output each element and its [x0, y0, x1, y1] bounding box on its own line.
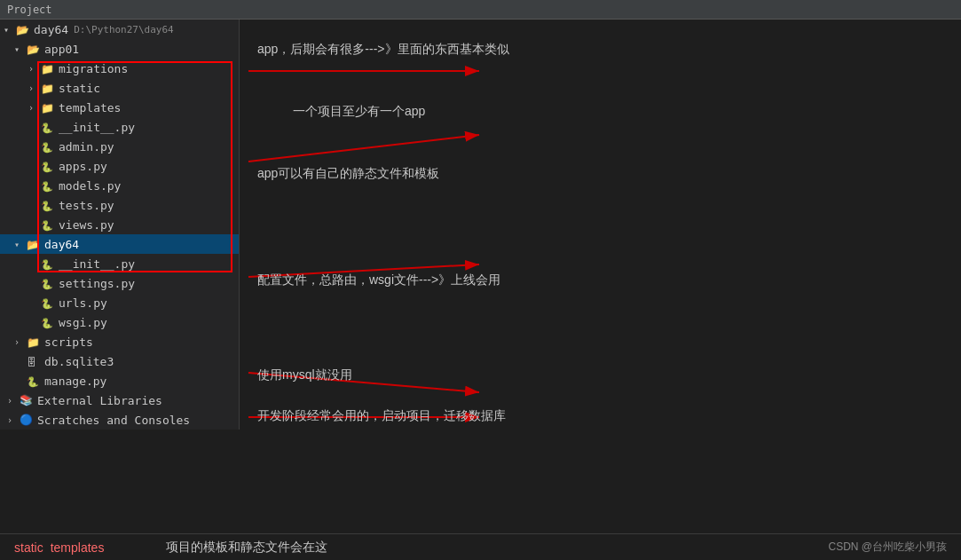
app01-arrow — [14, 44, 27, 54]
views-py-icon — [41, 218, 55, 231]
annotation-3: app可以有自己的静态文件和模板 — [257, 166, 439, 182]
project-label: Project — [7, 4, 52, 16]
tree-item-apps-py[interactable]: apps.py — [0, 156, 239, 176]
scratches-icon: 🔵 — [20, 414, 34, 426]
tree-item-views-py[interactable]: views.py — [0, 215, 239, 234]
admin-py-label: admin.py — [59, 140, 114, 154]
tree-item-app01[interactable]: app01 — [0, 39, 239, 59]
app01-label: app01 — [44, 43, 79, 56]
admin-py-icon — [41, 140, 55, 153]
manage-icon — [27, 375, 41, 387]
models-py-label: models.py — [59, 179, 121, 193]
annotation-1: app，后期会有很多--->》里面的东西基本类似 — [257, 42, 509, 58]
apps-py-label: apps.py — [59, 160, 107, 173]
bottom-templates-text: templates — [51, 540, 105, 555]
scripts-arrow — [14, 337, 27, 347]
init-py-icon — [41, 121, 55, 133]
tree-item-init-py[interactable]: __init__.py — [0, 117, 239, 137]
models-py-icon — [41, 179, 55, 192]
scratches-label: Scratches and Consoles — [37, 414, 190, 427]
scratches-arrow — [7, 415, 20, 425]
tree-item-migrations[interactable]: migrations — [0, 59, 239, 78]
bottom-static-text: static — [14, 540, 43, 555]
ext-lib-label: External Libraries — [37, 394, 162, 407]
tree-item-day64-init-py[interactable]: __init__.py — [0, 254, 239, 273]
day64-folder-arrow — [14, 240, 27, 249]
arrows-svg — [240, 20, 961, 560]
tree-item-admin-py[interactable]: admin.py — [0, 137, 239, 156]
svg-line-2 — [248, 135, 479, 162]
tree-item-scratches[interactable]: 🔵 Scratches and Consoles — [0, 410, 239, 430]
annotation-6: 开发阶段经常会用的，启动项目，迁移数据库 — [257, 408, 506, 424]
tree-item-day64-folder[interactable]: day64 — [0, 234, 239, 254]
tree-item-models-py[interactable]: models.py — [0, 176, 239, 195]
day64-folder-label: day64 — [44, 238, 79, 251]
file-tree: day64 D:\Python27\day64 app01 migrations… — [0, 20, 240, 430]
tree-item-templates[interactable]: templates — [0, 98, 239, 117]
tree-item-manage-py[interactable]: manage.py — [0, 371, 239, 390]
top-bar: Project — [0, 0, 961, 20]
urls-label: urls.py — [59, 296, 107, 310]
tree-item-wsgi-py[interactable]: wsgi.py — [0, 312, 239, 332]
migrations-folder-icon — [41, 62, 55, 75]
tree-item-tests-py[interactable]: tests.py — [0, 195, 239, 215]
scripts-label: scripts — [44, 335, 93, 349]
tree-item-external-libraries[interactable]: 📚 External Libraries — [0, 390, 239, 410]
templates-arrow — [28, 103, 41, 113]
annotation-5: 使用mysql就没用 — [257, 367, 352, 383]
bottom-bar: static templates 项目的模板和静态文件会在这 CSDN @台州吃… — [0, 533, 961, 560]
root-path: D:\Python27\day64 — [74, 24, 174, 35]
content-area: app，后期会有很多--->》里面的东西基本类似 一个项目至少有一个app ap… — [240, 20, 961, 560]
init-py-label: __init__.py — [59, 121, 135, 134]
csdn-credit: CSDN @台州吃柴小男孩 — [828, 540, 947, 555]
app01-folder-icon — [27, 43, 41, 55]
tree-item-urls-py[interactable]: urls.py — [0, 293, 239, 312]
root-label: day64 — [34, 23, 68, 36]
views-py-label: views.py — [59, 218, 114, 232]
migrations-arrow — [28, 64, 41, 74]
day64-folder-icon — [27, 238, 41, 250]
tree-item-static[interactable]: static — [0, 78, 239, 98]
scripts-folder-icon — [27, 335, 41, 348]
tree-root[interactable]: day64 D:\Python27\day64 — [0, 20, 239, 39]
annotation-2: 一个项目至少有一个app — [293, 104, 425, 120]
db-icon — [27, 355, 41, 367]
static-folder-icon — [41, 82, 55, 94]
settings-label: settings.py — [59, 277, 135, 290]
wsgi-icon — [41, 316, 55, 328]
apps-py-icon — [41, 160, 55, 172]
tree-item-scripts[interactable]: scripts — [0, 332, 239, 351]
tests-py-icon — [41, 199, 55, 211]
manage-label: manage.py — [44, 375, 106, 388]
ext-lib-arrow — [7, 396, 20, 406]
wsgi-label: wsgi.py — [59, 316, 107, 329]
settings-icon — [41, 277, 55, 289]
bottom-annotation: 项目的模板和静态文件会在这 — [166, 540, 327, 556]
db-label: db.sqlite3 — [44, 355, 114, 368]
static-arrow — [28, 83, 41, 93]
tree-item-settings-py[interactable]: settings.py — [0, 273, 239, 293]
templates-label: templates — [59, 101, 121, 114]
ext-lib-icon: 📚 — [20, 394, 34, 406]
day64-init-label: __init__.py — [59, 257, 135, 271]
tests-py-label: tests.py — [59, 199, 114, 212]
day64-init-icon — [41, 257, 55, 270]
static-label: static — [59, 82, 100, 95]
annotation-4: 配置文件，总路由，wsgi文件--->》上线会用 — [257, 272, 500, 288]
urls-icon — [41, 296, 55, 309]
root-folder-icon — [16, 23, 30, 35]
migrations-label: migrations — [59, 62, 128, 75]
templates-folder-icon — [41, 101, 55, 114]
tree-item-db-sqlite3[interactable]: db.sqlite3 — [0, 351, 239, 371]
root-arrow — [4, 25, 16, 35]
